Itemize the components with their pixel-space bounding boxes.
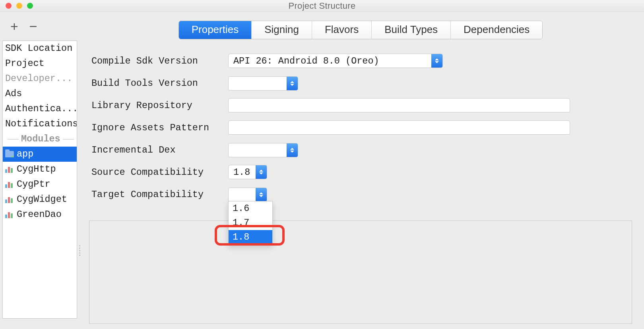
chevron-updown-icon bbox=[256, 165, 267, 179]
sidebar-column: + − SDK Location Project Developer... Ad… bbox=[0, 12, 80, 329]
ignore-assets-label: Ignore Assets Pattern bbox=[89, 122, 228, 133]
tab-properties[interactable]: Properties bbox=[179, 21, 252, 39]
sidebar-item-ads[interactable]: Ads bbox=[3, 86, 77, 101]
sidebar-group-modules: Modules bbox=[3, 132, 77, 147]
titlebar: Project Structure bbox=[0, 0, 644, 12]
sidebar-module-cyghttp[interactable]: CygHttp bbox=[3, 162, 77, 177]
library-repo-input[interactable] bbox=[228, 98, 570, 112]
build-tools-label: Build Tools Version bbox=[89, 78, 228, 89]
module-label: CygWidget bbox=[17, 193, 67, 206]
source-compat-combo[interactable]: 1.8 bbox=[228, 165, 267, 179]
target-compat-option[interactable]: 1.7 bbox=[229, 216, 272, 230]
compile-sdk-combo[interactable]: API 26: Android 8.0 (Oreo) bbox=[228, 54, 443, 68]
add-module-button[interactable]: + bbox=[10, 19, 18, 33]
module-label: CygHttp bbox=[17, 163, 56, 176]
window-controls bbox=[0, 3, 33, 9]
close-window-button[interactable] bbox=[6, 3, 12, 9]
sidebar-module-greendao[interactable]: GreenDao bbox=[3, 207, 77, 222]
chevron-updown-icon bbox=[287, 143, 298, 157]
sidebar-list: SDK Location Project Developer... Ads Au… bbox=[2, 41, 77, 319]
target-compat-label: Target Compatibility bbox=[89, 189, 228, 200]
module-label: app bbox=[17, 147, 33, 161]
module-icon bbox=[5, 181, 14, 188]
split-handle[interactable] bbox=[78, 242, 81, 258]
zoom-window-button[interactable] bbox=[27, 3, 33, 9]
sidebar-item-authentication[interactable]: Authentica... bbox=[3, 101, 77, 116]
library-repo-label: Library Repository bbox=[89, 100, 228, 111]
module-icon bbox=[5, 166, 14, 173]
folder-icon bbox=[5, 151, 14, 157]
tabs-container: Properties Signing Flavors Build Types D… bbox=[89, 21, 632, 39]
target-compat-popup: 1.6 1.7 1.8 bbox=[228, 201, 273, 245]
target-compat-option[interactable]: 1.6 bbox=[229, 201, 272, 216]
chevron-updown-icon bbox=[256, 188, 267, 201]
tabstrip: Properties Signing Flavors Build Types D… bbox=[178, 21, 543, 39]
source-compat-value: 1.8 bbox=[229, 167, 255, 178]
details-panel bbox=[89, 221, 632, 324]
tab-signing[interactable]: Signing bbox=[252, 21, 312, 39]
minimize-window-button[interactable] bbox=[16, 3, 22, 9]
sidebar-item-project[interactable]: Project bbox=[3, 56, 77, 71]
ignore-assets-input[interactable] bbox=[228, 120, 570, 135]
build-tools-combo[interactable] bbox=[228, 76, 298, 91]
tab-flavors[interactable]: Flavors bbox=[312, 21, 372, 39]
module-label: GreenDao bbox=[17, 208, 62, 221]
module-label: CygPtr bbox=[17, 178, 50, 191]
sidebar-item-notifications[interactable]: Notifications bbox=[3, 116, 77, 132]
sidebar-module-app[interactable]: app bbox=[3, 147, 77, 162]
chevron-updown-icon bbox=[431, 54, 442, 68]
remove-module-button[interactable]: − bbox=[29, 19, 37, 33]
sidebar-module-cygptr[interactable]: CygPtr bbox=[3, 177, 77, 192]
sidebar-item-sdk-location[interactable]: SDK Location bbox=[3, 41, 77, 56]
module-icon bbox=[5, 196, 14, 203]
incremental-dex-combo[interactable] bbox=[228, 143, 298, 157]
content-area: Properties Signing Flavors Build Types D… bbox=[80, 12, 644, 329]
tab-dependencies[interactable]: Dependencies bbox=[451, 21, 542, 39]
target-compat-combo[interactable] bbox=[228, 188, 267, 202]
source-compat-label: Source Compatibility bbox=[89, 167, 228, 178]
tab-build-types[interactable]: Build Types bbox=[372, 21, 451, 39]
window-title: Project Structure bbox=[0, 1, 644, 11]
chevron-updown-icon bbox=[287, 77, 298, 90]
sidebar-module-cygwidget[interactable]: CygWidget bbox=[3, 192, 77, 207]
incremental-dex-label: Incremental Dex bbox=[89, 145, 228, 155]
compile-sdk-label: Compile Sdk Version bbox=[89, 56, 228, 66]
compile-sdk-value: API 26: Android 8.0 (Oreo) bbox=[229, 56, 384, 66]
properties-form: Compile Sdk Version API 26: Android 8.0 … bbox=[89, 50, 632, 205]
sidebar-group-developer: Developer... bbox=[3, 71, 77, 86]
module-icon bbox=[5, 211, 14, 218]
target-compat-option[interactable]: 1.8 bbox=[229, 230, 272, 244]
